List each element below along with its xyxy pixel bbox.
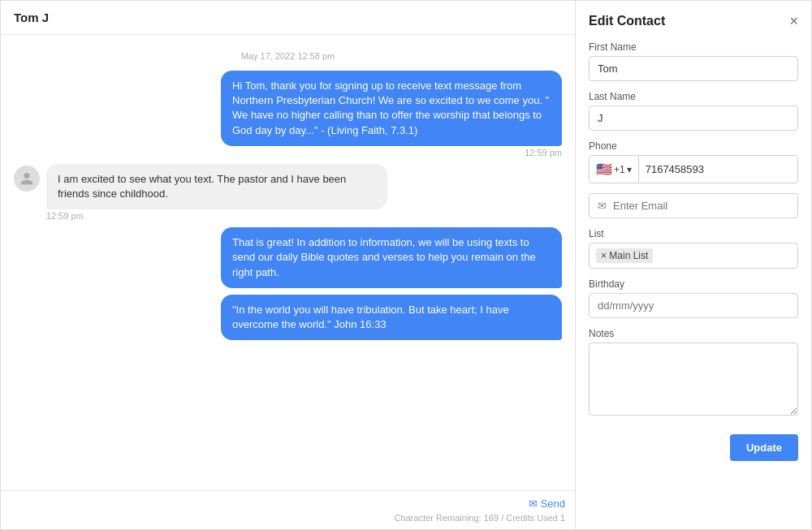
chat-contact-name: Tom J [14,11,49,24]
close-button[interactable]: × [789,14,798,28]
phone-number-input[interactable] [639,157,797,181]
country-code: +1 [614,164,625,175]
phone-label: Phone [589,140,798,152]
send-label: Send [541,498,565,510]
send-icon: ✉ [529,498,538,510]
first-name-label: First Name [589,41,798,53]
chat-header: Tom J [1,1,575,35]
chat-messages: May 17, 2022 12:58 pm Hi Tom, thank you … [1,35,575,490]
bubble-time: 12:59 pm [46,211,387,221]
edit-contact-panel: Edit Contact × First Name Last Name Phon… [576,1,811,529]
dropdown-arrow-icon: ▾ [627,164,632,175]
update-button[interactable]: Update [730,434,798,461]
send-button[interactable]: ✉ Send [529,498,565,510]
phone-group: Phone 🇺🇸 +1 ▾ [589,140,798,183]
message-bubble-row: That is great! In addition to informatio… [14,227,562,288]
first-name-input[interactable] [589,56,798,81]
email-input[interactable] [613,200,789,212]
birthday-input[interactable] [589,293,798,318]
notes-textarea[interactable] [589,343,798,416]
message-timestamp: May 17, 2022 12:58 pm [14,51,562,61]
list-tag: × Main List [596,248,653,263]
list-label: List [589,228,798,239]
email-group: ✉ [589,193,798,218]
last-name-input[interactable] [589,106,798,131]
phone-country-flag[interactable]: 🇺🇸 +1 ▾ [590,156,639,183]
bubble-time: 12:59 pm [525,148,562,157]
chat-message-input[interactable] [11,498,522,510]
chat-input-area: ✉ Send Character Remaining: 169 / Credit… [1,490,575,529]
last-name-label: Last Name [589,91,798,102]
edit-contact-header: Edit Contact × [589,14,798,28]
message-bubble-row: "In the world you will have tribulation.… [14,295,562,340]
email-row: ✉ [589,193,798,218]
message-bubble-row: I am excited to see what you text. The p… [14,164,562,221]
flag-emoji: 🇺🇸 [596,162,612,177]
list-group: List × Main List [589,228,798,269]
last-name-group: Last Name [589,91,798,131]
birthday-label: Birthday [589,278,798,290]
birthday-group: Birthday [589,278,798,318]
sent-bubble: Hi Tom, thank you for signing up to rece… [221,71,562,146]
chat-panel: Tom J May 17, 2022 12:58 pm Hi Tom, than… [1,1,576,529]
notes-label: Notes [589,328,798,339]
chat-input-row: ✉ Send [11,498,565,510]
first-name-group: First Name [589,41,798,81]
sent-bubble: That is great! In addition to informatio… [221,227,562,288]
received-bubble: I am excited to see what you text. The p… [46,164,387,209]
chat-footer-info: Character Remaining: 169 / Credits Used … [11,513,565,523]
sent-bubble: "In the world you will have tribulation.… [221,295,562,340]
avatar [14,166,40,192]
notes-group: Notes [589,328,798,418]
received-bubble-content: I am excited to see what you text. The p… [46,164,387,221]
list-field[interactable]: × Main List [589,243,798,269]
phone-row: 🇺🇸 +1 ▾ [589,155,798,183]
message-bubble-row: Hi Tom, thank you for signing up to rece… [14,71,562,157]
edit-contact-title: Edit Contact [589,14,665,28]
email-icon: ✉ [598,200,607,212]
list-tag-label: × Main List [601,250,648,261]
